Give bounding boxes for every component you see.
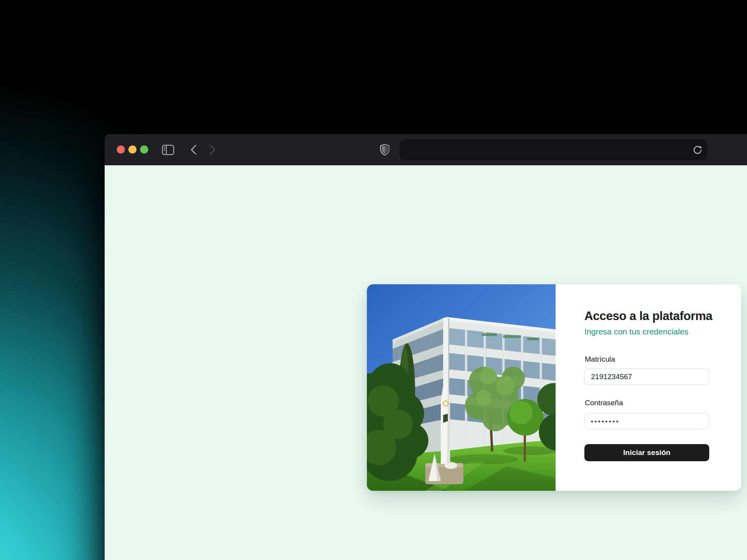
close-window-button[interactable] [117, 145, 125, 154]
login-card: Acceso a la plataforma Ingresa con tus c… [367, 284, 741, 491]
login-panel: Acceso a la plataforma Ingresa con tus c… [556, 284, 741, 491]
chevron-right-icon [209, 144, 216, 155]
chevron-left-icon [190, 144, 198, 155]
forward-button[interactable] [206, 144, 219, 156]
page-subtitle: Ingresa con tus credenciales [584, 327, 688, 336]
back-button[interactable] [187, 144, 200, 156]
window-controls [117, 145, 148, 154]
privacy-report-button[interactable] [378, 143, 392, 156]
browser-titlebar [105, 134, 747, 165]
browser-window: Acceso a la plataforma Ingresa con tus c… [105, 134, 747, 560]
reload-button[interactable] [691, 143, 705, 156]
password-input[interactable] [584, 413, 709, 429]
campus-building-photo [367, 284, 556, 491]
zoom-window-button[interactable] [140, 145, 148, 154]
matricula-input[interactable] [584, 369, 709, 385]
page-content: Acceso a la plataforma Ingresa con tus c… [105, 165, 747, 560]
minimize-window-button[interactable] [128, 145, 137, 154]
sidebar-toggle-button[interactable] [161, 144, 175, 156]
url-bar[interactable] [400, 139, 707, 160]
campus-photo-illustration [367, 284, 556, 491]
url-input[interactable] [400, 139, 707, 160]
matricula-label: Matrícula [585, 355, 615, 364]
password-label: Contraseña [585, 399, 623, 407]
sidebar-toggle-icon [162, 145, 174, 155]
login-button[interactable]: Iniciar sesión [584, 444, 709, 461]
privacy-shield-icon [380, 144, 390, 156]
page-title: Acceso a la plataforma [584, 309, 712, 323]
reload-icon [693, 145, 703, 155]
